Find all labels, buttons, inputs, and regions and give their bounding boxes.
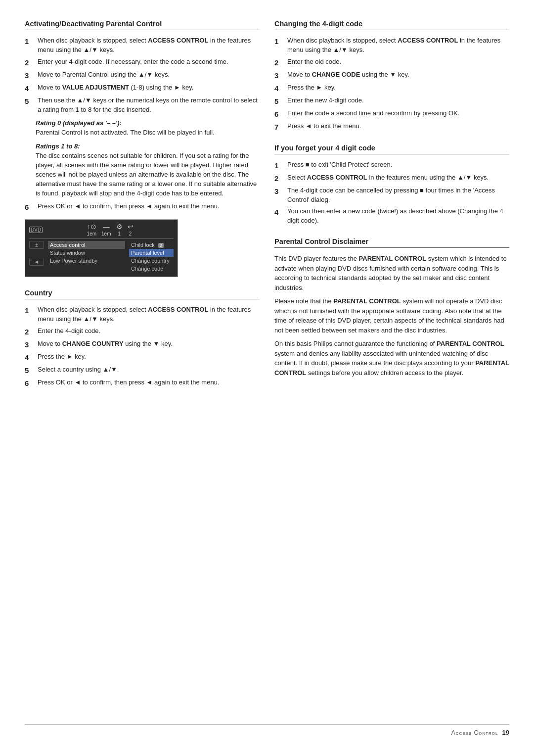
rating1-text: The disc contains scenes not suitable fo… — [36, 151, 260, 198]
section-disclaimer: Parental Control Disclaimer This DVD pla… — [274, 237, 509, 378]
list-content: Enter the code a second time and reconfi… — [287, 109, 509, 119]
menu-center-items: Access control Status window Low Power s… — [48, 241, 125, 273]
list-num: 6 — [25, 202, 36, 212]
rating0-heading: Rating 0 (displayed as '– –'): — [36, 119, 260, 127]
page-footer: Access Control 19 — [25, 724, 509, 736]
arrow-icon: ↩ — [128, 223, 134, 231]
list-content: Move to CHANGE CODE using the ▼ key. — [287, 70, 509, 81]
list-item: 2 Enter the 4-digit code. — [25, 327, 260, 337]
list-content: Press ■ to exit 'Child Protect' screen. — [287, 160, 509, 171]
menu-item-childlock: Child lock 2 — [129, 241, 174, 249]
rating0-text: Parental Control is not activated. The D… — [36, 128, 260, 138]
gear-label: 1 — [118, 231, 121, 236]
list-num: 1 — [274, 160, 285, 171]
list-content: Move to CHANGE COUNTRY using the ▼ key. — [38, 339, 260, 350]
rating1-heading: Ratings 1 to 8: — [36, 142, 260, 150]
list-num: 4 — [274, 83, 285, 94]
list-content: Press the ► key. — [287, 83, 509, 94]
footer-label: Access Control — [451, 729, 498, 736]
list-num: 7 — [274, 122, 285, 132]
list-item: 1 When disc playback is stopped, select … — [25, 36, 260, 55]
footer-page-number: 19 — [502, 729, 509, 736]
section-forget-code: If you forget your 4 digit code 1 Press … — [274, 144, 509, 226]
list-item: 3 Move to Parental Control using the ▲/▼… — [25, 70, 260, 81]
disclaimer-para3: On this basis Philips cannot guarantee t… — [274, 339, 509, 378]
disclaimer-para2: Please note that the PARENTAL CONTROL sy… — [274, 296, 509, 335]
menu-item-access: Access control — [48, 241, 125, 249]
menu-icons: ↑⊙ 1em — 1em ⚙ 1 — [46, 223, 174, 236]
list-content: Move to VALUE ADJUSTMENT (1-8) using the… — [38, 83, 260, 94]
list-content: Enter the 4-digit code. — [38, 327, 260, 337]
menu-icon-gear: ⚙ 1 — [116, 223, 123, 236]
list-num: 1 — [25, 36, 36, 55]
timer-icon: ↑⊙ — [87, 223, 96, 231]
section-change-code: Changing the 4-digit code 1 When disc pl… — [274, 20, 509, 132]
list-content: When disc playback is stopped, select AC… — [38, 36, 260, 55]
list-item: 1 When disc playback is stopped, select … — [274, 36, 509, 55]
plus-minus-icon: ± — [29, 241, 44, 249]
list-num: 6 — [25, 378, 36, 388]
list-num: 1 — [274, 36, 285, 55]
list-content: Then use the ▲/▼ keys or the numerical k… — [38, 96, 260, 115]
list-content: Enter the new 4-digit code. — [287, 96, 509, 106]
list-item: 5 Select a country using ▲/▼. — [25, 365, 260, 376]
menu-icon-dash: — 1em — [101, 223, 111, 236]
list-item: 4 Move to VALUE ADJUSTMENT (1-8) using t… — [25, 83, 260, 94]
menu-item-changecountry: Change country — [129, 257, 174, 265]
list-num: 4 — [25, 352, 36, 363]
list-item: 5 Then use the ▲/▼ keys or the numerical… — [25, 96, 260, 115]
menu-left-icons: ± ◄ — [29, 241, 44, 273]
list-num: 3 — [25, 339, 36, 350]
list-num: 3 — [274, 186, 285, 205]
list-content: Press OK or ◄ to confirm, then press ◄ a… — [38, 378, 260, 388]
menu-item-parentallevel: Parental level — [129, 249, 174, 257]
list-num: 6 — [274, 109, 285, 119]
list-item: 7 Press ◄ to exit the menu. — [274, 122, 509, 132]
country-list: 1 When disc playback is stopped, select … — [25, 305, 260, 388]
list-num: 2 — [274, 57, 285, 68]
list-num: 4 — [274, 207, 285, 226]
badge: 2 — [158, 243, 164, 248]
section-change-code-title: Changing the 4-digit code — [274, 20, 509, 30]
dash-label: 1em — [101, 231, 111, 236]
arrow-label: 2 — [129, 231, 132, 236]
back-icon: ◄ — [29, 258, 44, 266]
activating-list-2: 6 Press OK or ◄ to confirm, then press ◄… — [25, 202, 260, 212]
disclaimer-para1: This DVD player features the PARENTAL CO… — [274, 254, 509, 292]
dash-icon: — — [103, 223, 110, 231]
dvd-icon: DVD — [29, 227, 43, 233]
left-column: Activating/Deactivating Parental Control… — [25, 20, 260, 714]
menu-item-status: Status window — [48, 249, 125, 257]
list-item: 2 Enter your 4-digit code. If necessary,… — [25, 57, 260, 68]
forget-code-list: 1 Press ■ to exit 'Child Protect' screen… — [274, 160, 509, 226]
section-disclaimer-title: Parental Control Disclaimer — [274, 237, 509, 248]
list-item: 3 Move to CHANGE COUNTRY using the ▼ key… — [25, 339, 260, 350]
section-country-title: Country — [25, 289, 260, 299]
list-num: 2 — [274, 173, 285, 184]
list-num: 3 — [274, 70, 285, 81]
menu-icon-arrow: ↩ 2 — [128, 223, 134, 236]
menu-item-lowpower: Low Power standby — [48, 257, 125, 265]
list-num: 5 — [25, 365, 36, 376]
list-item: 6 Press OK or ◄ to confirm, then press ◄… — [25, 202, 260, 212]
list-item: 2 Select ACCESS CONTROL in the features … — [274, 173, 509, 184]
list-content: Press ◄ to exit the menu. — [287, 122, 509, 132]
menu-right-items: Child lock 2 Parental level Change count… — [129, 241, 174, 273]
right-column: Changing the 4-digit code 1 When disc pl… — [274, 20, 509, 714]
dvd-menu-screenshot: DVD ↑⊙ 1em — 1em ⚙ — [25, 219, 178, 277]
list-item: 6 Press OK or ◄ to confirm, then press ◄… — [25, 378, 260, 388]
list-content: Move to Parental Control using the ▲/▼ k… — [38, 70, 260, 81]
list-content: You can then enter a new code (twice!) a… — [287, 207, 509, 226]
section-activating: Activating/Deactivating Parental Control… — [25, 20, 260, 277]
list-num: 2 — [25, 327, 36, 337]
list-content: The 4-digit code can be cancelled by pre… — [287, 186, 509, 205]
list-content: Press the ► key. — [38, 352, 260, 363]
activating-list: 1 When disc playback is stopped, select … — [25, 36, 260, 114]
list-item: 1 Press ■ to exit 'Child Protect' screen… — [274, 160, 509, 171]
dvd-menu-topbar: DVD ↑⊙ 1em — 1em ⚙ — [29, 223, 174, 239]
list-content: Enter the old code. — [287, 57, 509, 68]
list-content: When disc playback is stopped, select AC… — [287, 36, 509, 55]
main-content: Activating/Deactivating Parental Control… — [25, 20, 509, 714]
menu-icon-timer: ↑⊙ 1em — [87, 223, 96, 236]
list-content: Select a country using ▲/▼. — [38, 365, 260, 376]
